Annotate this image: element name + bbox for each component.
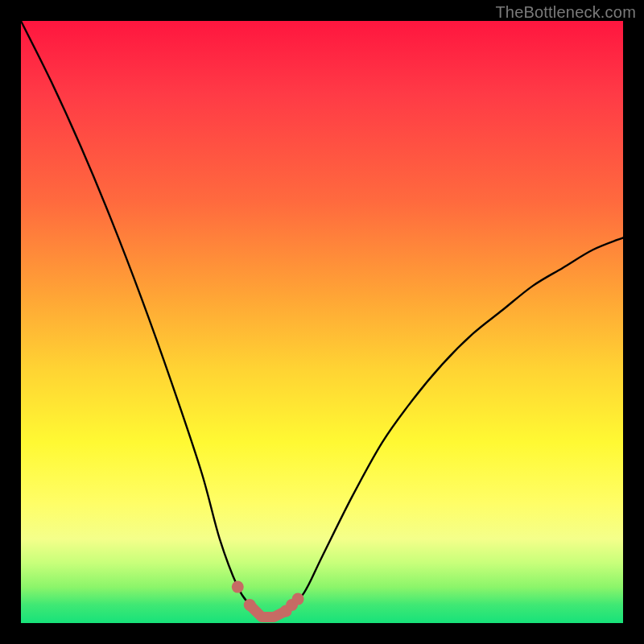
watermark-text: TheBottleneck.com [495,3,636,22]
marker-dot [232,581,244,593]
minimum-marker-dots [232,581,304,617]
marker-dot [244,599,256,611]
bottleneck-curve [21,21,623,618]
plot-area [21,21,623,623]
marker-dot [292,593,304,605]
chart-frame: TheBottleneck.com [0,0,644,644]
curve-svg [21,21,623,623]
